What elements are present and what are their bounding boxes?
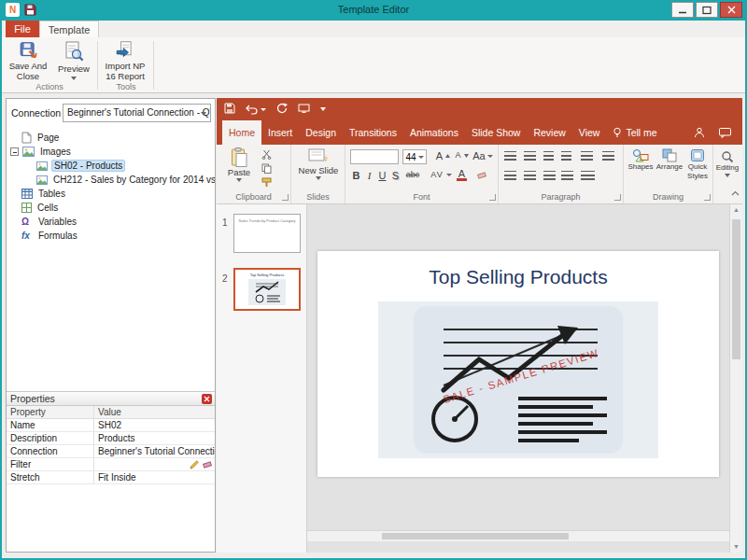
account-icon[interactable] (694, 120, 705, 145)
increase-indent-icon[interactable] (561, 151, 571, 161)
slide-canvas[interactable]: Top Selling Products (317, 251, 719, 477)
scroll-down-icon[interactable]: ▼ (730, 541, 742, 553)
format-painter-icon[interactable] (261, 177, 272, 188)
undo-dropdown-icon[interactable] (261, 108, 266, 111)
h-scroll-thumb[interactable] (382, 533, 569, 539)
bullets-icon[interactable] (504, 151, 516, 161)
property-value[interactable]: Fit Inside (94, 471, 215, 483)
qat-customize-icon[interactable] (320, 107, 326, 111)
bold-icon[interactable]: B (350, 170, 362, 181)
qat-undo-icon[interactable] (246, 105, 266, 115)
shadow-icon[interactable]: S (389, 170, 402, 181)
ppt-tab-review[interactable]: Review (527, 120, 571, 145)
columns-icon[interactable] (581, 171, 595, 180)
italic-icon[interactable]: I (363, 170, 375, 181)
cut-icon[interactable] (261, 149, 272, 160)
ppt-tab-design[interactable]: Design (299, 120, 343, 145)
collapse-ribbon-icon[interactable] (731, 183, 740, 200)
comments-icon[interactable] (719, 120, 731, 145)
text-direction-icon[interactable] (581, 151, 593, 161)
property-value[interactable] (94, 458, 215, 470)
scroll-up-icon[interactable]: ▲ (730, 204, 742, 216)
tree-item-variables[interactable]: Ω Variables (7, 215, 215, 229)
tab-template[interactable]: Template (39, 21, 99, 37)
v-scroll-thumb[interactable] (732, 219, 740, 359)
align-right-icon[interactable] (543, 171, 556, 180)
filter-clear-icon[interactable] (202, 459, 213, 470)
property-value[interactable]: SH02 (94, 419, 215, 431)
tab-file[interactable]: File (6, 21, 39, 37)
dialog-launcher-icon[interactable] (614, 194, 621, 201)
horizontal-scrollbar[interactable] (307, 530, 729, 541)
strikethrough-icon[interactable]: abc (402, 170, 423, 179)
tree-item-sh02[interactable]: SH02 - Products (7, 159, 215, 173)
ppt-tab-insert[interactable]: Insert (261, 120, 299, 145)
shapes-button[interactable]: Shapes (626, 148, 655, 172)
font-color-icon[interactable]: A (456, 170, 468, 181)
group-paragraph-label: Paragraph (499, 192, 623, 202)
slide-1-thumbnail[interactable]: Sales Trends by Product Category (233, 214, 301, 253)
ppt-tab-slideshow[interactable]: Slide Show (465, 120, 528, 145)
shrink-font-icon[interactable]: A (452, 150, 469, 160)
property-value[interactable]: Beginner's Tutorial Connectio (94, 445, 215, 457)
tree-item-ch212[interactable]: CH212 - Sales by Category for 2014 vs 20… (7, 173, 215, 187)
qat-save-icon[interactable] (224, 101, 235, 118)
save-and-close-button[interactable]: Save And Close (4, 40, 52, 81)
change-case-icon[interactable]: Aa (471, 150, 493, 161)
ppt-tab-transitions[interactable]: Transitions (343, 120, 403, 145)
underline-icon[interactable]: U (376, 170, 388, 181)
maximize-button[interactable] (696, 2, 718, 18)
paste-button[interactable]: Paste (222, 147, 256, 182)
character-spacing-icon[interactable]: AV (428, 170, 452, 179)
ppt-tab-view[interactable]: View (572, 120, 607, 145)
align-left-icon[interactable] (504, 171, 516, 180)
import-np16-button[interactable]: Import NP 16 Report (101, 40, 149, 81)
copy-icon[interactable] (261, 163, 272, 174)
preview-button[interactable]: Preview (54, 40, 93, 81)
tree-item-page[interactable]: Page (7, 131, 215, 145)
preview-icon (63, 40, 85, 63)
svg-text:Top Selling Products: Top Selling Products (250, 273, 284, 277)
property-value[interactable]: Products (94, 432, 215, 444)
slide-image-placeholder[interactable]: SALE - SAMPLE PREVIEW (378, 301, 658, 458)
tree-item-images[interactable]: Images (7, 145, 215, 159)
grow-font-icon[interactable]: A (433, 150, 450, 161)
properties-table: Property Value Name SH02 Description Pro… (7, 406, 215, 484)
qat-redo-icon[interactable] (276, 101, 288, 118)
tree-item-cells[interactable]: Cells (7, 201, 215, 215)
tree-label: CH212 - Sales by Category for 2014 vs 20… (51, 175, 215, 185)
line-spacing-icon[interactable] (602, 151, 614, 161)
collapse-expander-icon[interactable] (10, 147, 19, 156)
font-size-select[interactable]: 44 (402, 149, 427, 164)
slide-2-thumbnail[interactable]: Top Selling Products (233, 268, 301, 311)
minimize-button[interactable] (671, 2, 694, 18)
tell-me-button[interactable]: Tell me (606, 120, 663, 145)
dialog-launcher-icon[interactable] (489, 194, 496, 201)
new-slide-button[interactable]: New Slide (295, 147, 342, 180)
close-button[interactable] (720, 2, 742, 18)
tree-item-formulas[interactable]: fx Formulas (7, 229, 215, 243)
shapes-icon (632, 148, 649, 162)
font-name-select[interactable] (350, 149, 399, 164)
tree-label: Cells (35, 203, 60, 213)
filter-edit-icon[interactable] (190, 459, 200, 470)
dialog-launcher-icon[interactable] (704, 194, 711, 201)
clear-formatting-icon[interactable] (476, 170, 487, 180)
properties-close-icon[interactable] (202, 394, 212, 404)
slide-title[interactable]: Top Selling Products (317, 266, 719, 288)
justify-icon[interactable] (561, 171, 573, 180)
ppt-tab-home[interactable]: Home (222, 120, 261, 145)
decrease-indent-icon[interactable] (543, 151, 554, 161)
quick-styles-button[interactable]: Quick Styles (684, 148, 712, 181)
numbering-icon[interactable] (524, 151, 536, 161)
connection-select[interactable]: Beginner's Tutorial Connection - QV (63, 104, 211, 122)
arrange-button[interactable]: Arrange (655, 148, 684, 172)
dialog-launcher-icon[interactable] (282, 194, 289, 201)
tree-item-tables[interactable]: Tables (7, 187, 215, 201)
qat-slideshow-icon[interactable] (298, 101, 310, 118)
align-center-icon[interactable] (524, 171, 536, 180)
connection-label: Connection (11, 107, 61, 119)
ppt-tab-animations[interactable]: Animations (403, 120, 465, 145)
editing-button[interactable]: Editing (714, 150, 740, 177)
vertical-scrollbar[interactable]: ▲ ▼ (729, 204, 742, 553)
